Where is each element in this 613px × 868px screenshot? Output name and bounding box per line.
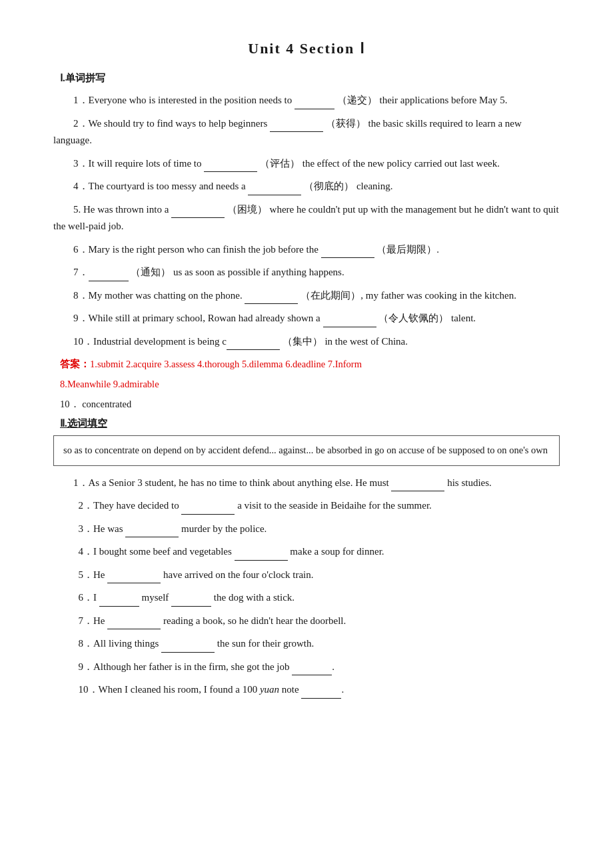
page-title: Unit 4 Section Ⅰ xyxy=(53,40,560,57)
answer-concentrated: 10． concentrated xyxy=(60,398,560,411)
s2-question-9: 9．Although her father is in the firm, sh… xyxy=(79,658,560,676)
s2-question-7: 7．He reading a book, so he didn't hear t… xyxy=(79,612,560,630)
answer-section1-line2: 8.Meanwhile 9.admirable xyxy=(60,375,560,393)
question-9: 9．While still at primary school, Rowan h… xyxy=(53,309,560,327)
question-3: 3．It will require lots of time to （评估） t… xyxy=(53,155,560,173)
question-4: 4．The courtyard is too messy and needs a… xyxy=(53,177,560,195)
section1-heading: Ⅰ.单词拼写 xyxy=(60,72,560,85)
answer-section1: 答案：1.submit 2.acquire 3.assess 4.thoroug… xyxy=(60,355,560,373)
s2-question-3: 3．He was murder by the police. xyxy=(79,520,560,538)
question-5: 5. He was thrown into a （困境） where he co… xyxy=(53,201,560,235)
s2-question-8: 8．All living things the sun for their gr… xyxy=(79,635,560,653)
s2-question-4: 4．I bought some beef and vegetables make… xyxy=(79,543,560,561)
question-6: 6．Mary is the right person who can finis… xyxy=(53,241,560,259)
question-1: 1．Everyone who is interested in the posi… xyxy=(53,91,560,109)
s2-question-2: 2．They have decided to a visit to the se… xyxy=(79,497,560,515)
question-7: 7． （通知） us as soon as possible if anythi… xyxy=(53,263,560,281)
question-10: 10．Industrial development is being c （集中… xyxy=(53,333,560,351)
s2-question-5: 5．He have arrived on the four o'clock tr… xyxy=(79,566,560,584)
s2-question-1: 1．As a Senior 3 student, he has no time … xyxy=(53,474,560,492)
section2-heading: Ⅱ.选词填空 xyxy=(60,417,560,430)
wordbox: so as to concentrate on depend on by acc… xyxy=(53,435,560,466)
question-2: 2．We should try to find ways to help beg… xyxy=(53,115,560,149)
s2-question-10: 10．When I cleaned his room, I found a 10… xyxy=(79,681,560,699)
s2-question-6: 6．I myself the dog with a stick. xyxy=(79,589,560,607)
question-8: 8．My mother was chatting on the phone. （… xyxy=(53,287,560,305)
